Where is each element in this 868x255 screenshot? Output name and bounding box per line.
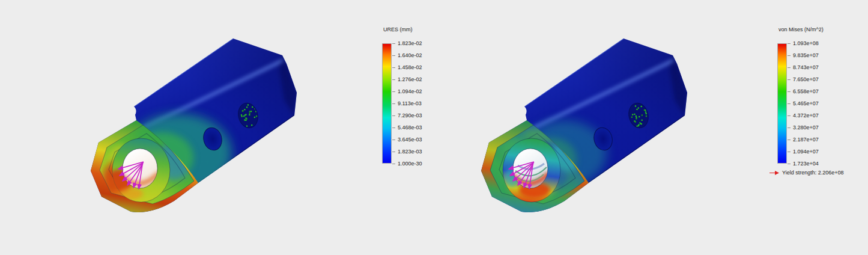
tick-mark: [392, 79, 395, 80]
legend-value: 1.823e-03: [398, 149, 422, 155]
legend-value: 9.113e-03: [398, 100, 422, 106]
legend-entry: 9.113e-03: [392, 100, 422, 106]
legend-value: 9.835e+07: [793, 52, 819, 58]
legend-entry: 5.468e-03: [392, 124, 422, 131]
legend-value: 3.280e+07: [793, 124, 819, 131]
yield-strength-indicator: Yield strength: 2.206e+08: [769, 170, 844, 176]
legend-value: 4.372e+07: [793, 112, 819, 118]
tick-mark: [788, 55, 791, 56]
legend-stress[interactable]: von Mises (N/m^2) 1.093e+08 9.835e+07 8.…: [777, 26, 843, 164]
viewport-displacement[interactable]: URES (mm) 1.823e-02 1.640e-02 1.458e-02 …: [0, 0, 434, 255]
legend-value: 1.723e+04: [793, 161, 819, 167]
tick-mark: [788, 91, 791, 92]
tick-mark: [788, 79, 791, 80]
legend-value: 6.558e+07: [793, 88, 819, 94]
tick-mark: [392, 67, 395, 68]
displacement-colorbar: [382, 43, 392, 164]
legend-value: 7.650e+07: [793, 76, 819, 82]
yield-strength-label: Yield strength: 2.206e+08: [782, 170, 844, 176]
legend-entry: 7.290e-03: [392, 112, 422, 118]
legend-entry: 6.558e+07: [788, 88, 819, 94]
tick-mark: [788, 115, 791, 116]
legend-entry: 7.650e+07: [788, 76, 819, 82]
tick-mark: [788, 67, 791, 68]
tick-mark: [392, 91, 395, 92]
tick-mark: [392, 55, 395, 56]
simulation-results-canvas: URES (mm) 1.823e-02 1.640e-02 1.458e-02 …: [0, 0, 868, 255]
legend-value: 1.094e-02: [398, 88, 422, 94]
legend-labels: 1.823e-02 1.640e-02 1.458e-02 1.276e-02 …: [392, 43, 434, 164]
tick-mark: [392, 164, 395, 164]
legend-value: 2.187e+07: [793, 137, 819, 143]
legend-entry: 1.093e+08: [788, 40, 819, 46]
stress-colorbar: [777, 43, 787, 164]
legend-value: 3.645e-03: [398, 137, 422, 143]
legend-value: 1.640e-02: [398, 52, 422, 58]
tick-mark: [788, 140, 791, 140]
legend-value: 1.094e+07: [793, 149, 819, 155]
legend-value: 1.823e-02: [398, 40, 422, 46]
legend-entry: 1.823e-03: [392, 149, 422, 155]
legend-value: 1.000e-30: [398, 161, 422, 167]
legend-entry: 1.276e-02: [392, 76, 422, 82]
tick-mark: [788, 152, 791, 152]
hitch-model[interactable]: [91, 38, 297, 212]
legend-value: 1.093e+08: [793, 40, 819, 46]
legend-entry: 1.458e-02: [392, 64, 422, 70]
legend-value: 8.743e+07: [793, 64, 819, 70]
legend-value: 5.465e+07: [793, 100, 819, 106]
legend-value: 1.458e-02: [398, 64, 422, 70]
legend-entry: 1.094e-02: [392, 88, 422, 94]
legend-entry: 8.743e+07: [788, 64, 819, 70]
yield-arrow-icon: [769, 170, 780, 176]
tick-mark: [788, 127, 791, 128]
legend-entry: 4.372e+07: [788, 112, 819, 118]
legend-value: 5.468e-03: [398, 124, 422, 131]
legend-value: 7.290e-03: [398, 112, 422, 118]
legend-labels: 1.093e+08 9.835e+07 8.743e+07 7.650e+07 …: [788, 43, 830, 164]
tick-mark: [392, 127, 395, 128]
viewport-stress[interactable]: von Mises (N/m^2) 1.093e+08 9.835e+07 8.…: [434, 0, 868, 255]
tick-mark: [392, 140, 395, 140]
tick-mark: [788, 103, 791, 104]
legend-entry: 2.187e+07: [788, 137, 819, 143]
tick-mark: [392, 43, 395, 44]
legend-entry: 3.280e+07: [788, 124, 819, 131]
hitch-model[interactable]: [481, 38, 687, 212]
tick-mark: [788, 164, 791, 164]
legend-entry: 9.835e+07: [788, 52, 819, 58]
model-3d-displacement[interactable]: [84, 30, 348, 229]
tick-mark: [392, 103, 395, 104]
model-3d-stress[interactable]: [475, 30, 739, 229]
tick-mark: [788, 43, 791, 44]
legend-entry: 1.000e-30: [392, 161, 422, 167]
legend-title: von Mises (N/m^2): [778, 26, 843, 32]
legend-value: 1.276e-02: [398, 76, 422, 82]
legend-entry: 1.823e-02: [392, 40, 422, 46]
legend-entry: 1.094e+07: [788, 149, 819, 155]
tick-mark: [392, 152, 395, 152]
legend-entry: 1.723e+04: [788, 161, 819, 167]
legend-entry: 3.645e-03: [392, 137, 422, 143]
legend-entry: 5.465e+07: [788, 100, 819, 106]
legend-entry: 1.640e-02: [392, 52, 422, 58]
tick-mark: [392, 115, 395, 116]
